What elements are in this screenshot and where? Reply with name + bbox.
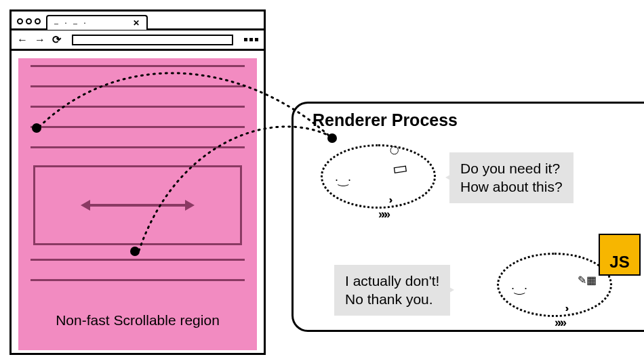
compositor-speech: Do you need it? How about this?: [449, 152, 573, 203]
chevron-right-icon: »»»: [555, 316, 563, 330]
forward-icon[interactable]: →: [35, 34, 45, 46]
javascript-badge: JS: [599, 234, 641, 276]
chevron-right-icon: »»»: [378, 207, 386, 221]
reload-icon[interactable]: ⟳: [52, 33, 61, 46]
close-icon[interactable]: ✕: [133, 18, 140, 28]
compositor-thread: ·‿· ▭ ◯ ››› »»»: [321, 144, 436, 209]
address-bar[interactable]: [72, 35, 233, 45]
speech-line: Do you need it?: [460, 159, 563, 177]
main-thread: ·‿· ✎▦ ››› »»»: [497, 253, 612, 317]
face-icon: ·‿·: [511, 280, 527, 295]
page-viewport: Non-fast Scrollable region: [12, 53, 264, 353]
tab-strip: — · — · ✕: [12, 12, 264, 30]
face-icon: ·‿·: [335, 172, 351, 187]
inner-scroll-container[interactable]: [33, 165, 242, 245]
input-event-point: [32, 123, 41, 133]
page-content-line: [31, 106, 245, 108]
back-icon[interactable]: ←: [17, 34, 28, 46]
window-control-dot: [17, 18, 23, 24]
speech-line: No thank you.: [345, 290, 439, 308]
speech-line: I actually don't!: [345, 272, 439, 290]
tab-title-placeholder: — · — ·: [54, 20, 87, 27]
page-content-line: [31, 279, 245, 281]
main-thread-speech: I actually don't! No thank you.: [334, 265, 450, 316]
window-control-dot: [26, 18, 32, 24]
renderer-process-panel: Renderer Process ·‿· ▭ ◯ ››› »»» Do you …: [291, 102, 644, 332]
window-control-dot: [35, 18, 41, 24]
panel-title: Renderer Process: [313, 110, 458, 130]
window-controls: [17, 18, 41, 24]
nonfast-region-label: Non-fast Scrollable region: [18, 312, 257, 329]
js-label: JS: [609, 253, 629, 272]
overflow-menu-icon[interactable]: [244, 38, 258, 41]
tools-icon: ✎▦: [578, 274, 597, 287]
page-content-line: [31, 146, 245, 148]
lamp-icon: ◯: [390, 145, 399, 154]
horizontal-scroll-arrow-icon: [83, 204, 192, 207]
browser-window: — · — · ✕ ← → ⟳ Non-fast Scrollable: [9, 9, 266, 355]
panel-input-anchor: [327, 133, 337, 143]
page-content-line: [31, 259, 245, 261]
page-content-line: [31, 126, 245, 128]
page-content-line: [31, 85, 245, 87]
nonfast-scrollable-region: Non-fast Scrollable region: [18, 58, 257, 350]
speech-line: How about this?: [460, 177, 563, 196]
input-event-point: [130, 247, 140, 256]
browser-tab[interactable]: — · — · ✕: [46, 15, 148, 30]
nav-toolbar: ← → ⟳: [12, 30, 264, 51]
page-content-line: [31, 65, 245, 67]
